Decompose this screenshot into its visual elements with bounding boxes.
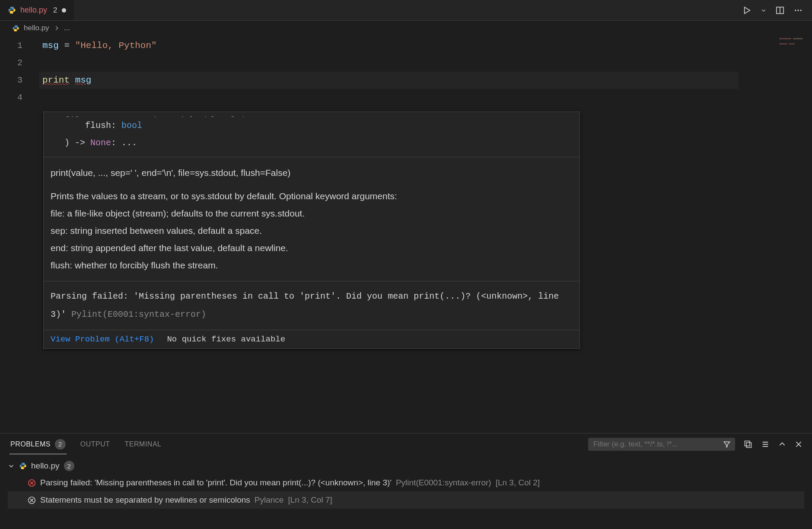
- tab-label: PROBLEMS: [10, 440, 51, 448]
- tab-hello-py[interactable]: hello.py 2: [0, 0, 74, 20]
- panel-tabs: PROBLEMS 2 OUTPUT TERMINAL: [0, 433, 812, 455]
- line-number: 2: [0, 54, 34, 72]
- hover-signature: file: _SupportsWriteAndFlush[str] | None…: [44, 112, 580, 157]
- svg-rect-11: [745, 441, 750, 446]
- hover-documentation: print(value, ..., sep=' ', end='\n', fil…: [44, 157, 580, 281]
- tab-error-count: 2: [53, 6, 57, 15]
- line-number: 3: [0, 72, 34, 89]
- problems-filter[interactable]: [588, 438, 735, 451]
- problem-item[interactable]: Parsing failed: 'Missing parentheses in …: [8, 474, 804, 491]
- svg-point-1: [13, 13, 13, 13]
- tab-problems[interactable]: PROBLEMS 2: [10, 435, 67, 454]
- filter-icon[interactable]: [723, 440, 731, 448]
- sig-return-type: None: [90, 138, 111, 148]
- breadcrumb[interactable]: hello.py ...: [0, 21, 812, 35]
- hover-popup: file: _SupportsWriteAndFlush[str] | None…: [43, 112, 580, 349]
- svg-point-4: [795, 10, 796, 11]
- problems-file-row[interactable]: hello.py 2: [8, 458, 804, 474]
- line-number: 1: [0, 37, 34, 54]
- doc-signature: print(value, ..., sep=' ', end='\n', fil…: [51, 164, 573, 182]
- tab-label: TERMINAL: [125, 440, 162, 448]
- problem-location: [Ln 3, Col 7]: [288, 495, 332, 505]
- code-content[interactable]: msg = "Hello, Python" print msg: [42, 37, 739, 106]
- editor-tabbar: hello.py 2: [0, 0, 812, 21]
- more-actions-icon[interactable]: [794, 6, 802, 15]
- sig-ellipsis: : ...: [111, 138, 137, 148]
- problem-message: Statements must be separated by newlines…: [40, 495, 250, 505]
- problem-location: [Ln 3, Col 2]: [496, 478, 540, 488]
- tab-filename: hello.py: [20, 6, 47, 15]
- run-icon[interactable]: [743, 6, 751, 15]
- svg-rect-12: [746, 443, 751, 447]
- line-gutter: 1 2 3 4: [0, 35, 34, 106]
- token-variable: msg: [42, 41, 59, 51]
- file-name: hello.py: [31, 461, 60, 471]
- tab-label: OUTPUT: [80, 440, 110, 448]
- error-icon: [28, 496, 36, 504]
- problem-message: Parsing failed: 'Missing parentheses in …: [40, 478, 392, 488]
- view-as-list-icon[interactable]: [761, 440, 770, 449]
- filter-input[interactable]: [592, 440, 720, 449]
- hover-error: Parsing failed: 'Missing parentheses in …: [44, 281, 580, 330]
- bottom-panel: PROBLEMS 2 OUTPUT TERMINAL: [0, 433, 812, 529]
- problems-list: hello.py 2 Parsing failed: 'Missing pare…: [0, 455, 812, 511]
- sig-arrow: ) ->: [64, 138, 90, 148]
- doc-line: file: a file-like object (stream); defau…: [51, 205, 573, 222]
- token-variable: msg: [75, 75, 92, 85]
- doc-line: end: string appended after the last valu…: [51, 239, 573, 257]
- chevron-down-icon[interactable]: [8, 463, 15, 469]
- hover-footer: View Problem (Alt+F8) No quick fixes ava…: [44, 330, 580, 348]
- problems-count-badge: 2: [55, 439, 66, 449]
- minimap[interactable]: [779, 37, 805, 50]
- line-number: 4: [0, 89, 34, 106]
- doc-line: sep: string inserted between values, def…: [51, 222, 573, 239]
- run-dropdown-icon[interactable]: [761, 8, 766, 13]
- tab-terminal[interactable]: TERMINAL: [124, 436, 162, 453]
- chevron-up-icon[interactable]: [778, 440, 786, 448]
- svg-point-0: [10, 7, 11, 8]
- problem-source: Pylint(E0001:syntax-error): [396, 478, 491, 488]
- problem-item[interactable]: Statements must be separated by newlines…: [8, 491, 804, 509]
- token-string: "Hello, Python": [75, 41, 157, 51]
- svg-rect-9: [779, 43, 787, 45]
- svg-rect-10: [789, 43, 795, 45]
- sig-param-type: bool: [121, 121, 142, 131]
- dirty-indicator-icon: [62, 8, 66, 13]
- problem-source: Pylance: [255, 495, 284, 505]
- collapse-all-icon[interactable]: [744, 440, 752, 449]
- svg-point-5: [797, 10, 799, 11]
- close-panel-icon[interactable]: [795, 440, 802, 448]
- code-editor[interactable]: 1 2 3 4 msg = "Hello, Python" print msg …: [0, 35, 812, 433]
- python-icon: [19, 462, 27, 470]
- file-problem-count: 2: [64, 461, 74, 471]
- error-icon: [28, 479, 36, 487]
- error-source: Pylint(E0001:syntax-error): [71, 309, 206, 319]
- doc-line: flush: whether to forcibly flush the str…: [51, 257, 573, 274]
- python-icon: [12, 25, 19, 32]
- tab-output[interactable]: OUTPUT: [80, 436, 111, 453]
- signature-overflow: file: _SupportsWriteAndFlush[str] | None…: [64, 112, 573, 117]
- svg-rect-8: [793, 38, 802, 39]
- no-quick-fix-label: No quick fixes available: [167, 335, 285, 344]
- chevron-right-icon: [54, 25, 60, 31]
- svg-point-6: [800, 10, 802, 11]
- breadcrumb-rest: ...: [64, 24, 70, 32]
- python-icon: [8, 6, 16, 14]
- doc-line: Prints the values to a stream, or to sys…: [51, 188, 573, 205]
- split-editor-icon[interactable]: [776, 6, 784, 15]
- sig-param-name: flush:: [64, 121, 121, 131]
- breadcrumb-file: hello.py: [24, 24, 49, 32]
- token-operator: =: [59, 41, 75, 51]
- view-problem-link[interactable]: View Problem (Alt+F8): [51, 335, 154, 344]
- token-function: print: [42, 75, 70, 85]
- svg-rect-7: [779, 38, 791, 39]
